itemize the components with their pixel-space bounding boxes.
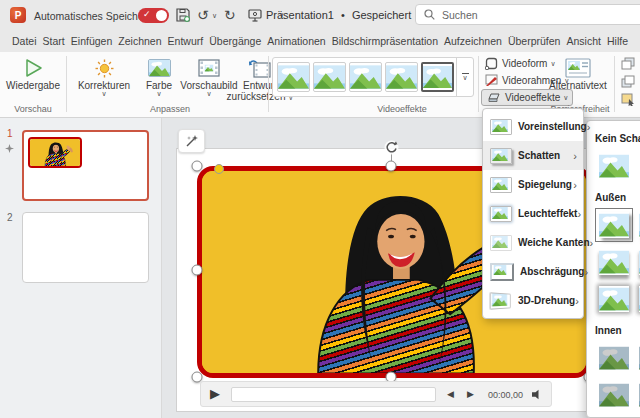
undo-icon[interactable]: ↺ bbox=[197, 7, 209, 23]
tab-entwurf[interactable]: Entwurf bbox=[168, 35, 204, 47]
redo-icon[interactable]: ↻ bbox=[224, 7, 236, 23]
menu-item-abschraegung[interactable]: Abschrägung › bbox=[483, 257, 583, 286]
effects-icon bbox=[486, 92, 502, 104]
wiedergabe-label: Wiedergabe bbox=[6, 80, 60, 91]
send-backward-icon[interactable] bbox=[621, 75, 636, 90]
tab-zeichnen[interactable]: Zeichnen bbox=[118, 35, 161, 47]
slide-thumbnail-1[interactable] bbox=[22, 130, 149, 201]
chevron-right-icon: › bbox=[573, 150, 577, 162]
chevron-right-icon: › bbox=[573, 179, 577, 191]
slideshow-icon[interactable] bbox=[248, 9, 262, 24]
corner-radius-adjust-handle[interactable] bbox=[214, 164, 224, 174]
shadow-option-outer-selected[interactable] bbox=[595, 208, 633, 242]
korrekturen-button[interactable]: Korrekturen ∨ bbox=[72, 56, 136, 97]
chevron-down-icon: ∨ bbox=[206, 91, 211, 97]
step-forward-button[interactable]: ▶ bbox=[467, 389, 474, 399]
video-style-option[interactable] bbox=[385, 62, 418, 92]
chevron-right-icon: › bbox=[575, 295, 579, 307]
alternativtext-button[interactable]: Alternativtext bbox=[546, 56, 610, 91]
outer-section-title: Außen bbox=[595, 192, 640, 203]
slide-1-number: 1 bbox=[7, 128, 13, 139]
videoform-label: Videoform bbox=[502, 58, 547, 69]
menu-item-leuchteffekt[interactable]: Leuchteffekt › bbox=[483, 199, 583, 228]
powerpoint-app-icon[interactable]: P bbox=[10, 7, 26, 23]
video-style-option[interactable] bbox=[313, 62, 346, 92]
resize-handle-top-center[interactable] bbox=[386, 161, 397, 172]
slide-thumbnail-2[interactable] bbox=[22, 212, 149, 283]
alt-text-icon bbox=[565, 56, 591, 80]
slide-1-video-preview bbox=[28, 137, 82, 168]
chevron-down-icon: ∨ bbox=[156, 91, 161, 97]
play-button[interactable]: ▶ bbox=[210, 386, 220, 401]
rotate-handle[interactable] bbox=[384, 140, 399, 157]
tab-start[interactable]: Start bbox=[43, 35, 65, 47]
inner-section-title: Innen bbox=[595, 325, 640, 336]
play-outline-icon bbox=[23, 56, 43, 80]
videoeffekte-dropdown-menu: Voreinstellung › Schatten › Spiegelung ›… bbox=[482, 108, 584, 319]
designer-button[interactable] bbox=[178, 129, 205, 153]
menu-item-spiegelung[interactable]: Spiegelung › bbox=[483, 170, 583, 199]
tab-animationen[interactable]: Animationen bbox=[267, 35, 325, 47]
playback-time: 00:00,00 bbox=[488, 390, 523, 400]
animation-star-icon bbox=[5, 143, 14, 155]
videoform-button[interactable]: Videoform ∨ bbox=[483, 56, 556, 71]
preset-effect-icon bbox=[490, 119, 512, 135]
tab-datei[interactable]: Datei bbox=[12, 35, 37, 47]
seek-track[interactable] bbox=[231, 387, 436, 402]
schatten-submenu: Kein Schatten Außen Innen bbox=[586, 120, 640, 418]
shadow-option-inner[interactable] bbox=[635, 341, 640, 375]
selection-pane-icon[interactable] bbox=[621, 93, 636, 108]
bevel-effect-icon bbox=[490, 263, 514, 281]
shadow-option-inner[interactable] bbox=[635, 378, 640, 412]
shadow-option-none[interactable] bbox=[595, 149, 633, 183]
document-title[interactable]: Präsentation1 • Gespeichert ∨ bbox=[266, 9, 427, 21]
tab-ueberpruefen[interactable]: Überprüfen bbox=[508, 35, 561, 47]
sun-icon bbox=[95, 56, 114, 80]
undo-chevron-icon[interactable]: ∨ bbox=[212, 12, 217, 20]
search-input[interactable]: Suchen bbox=[415, 4, 640, 25]
title-separator: • bbox=[341, 9, 345, 21]
gallery-more-button[interactable]: ∨ bbox=[456, 58, 473, 96]
group-label-anpassen: Anpassen bbox=[110, 104, 230, 114]
shadow-option-outer[interactable] bbox=[635, 245, 640, 279]
soft-edges-effect-icon bbox=[490, 235, 512, 251]
menu-item-schatten[interactable]: Schatten › bbox=[483, 141, 583, 170]
picture-icon bbox=[148, 56, 171, 80]
menu-item-voreinstellung[interactable]: Voreinstellung › bbox=[483, 112, 583, 141]
tab-hilfe[interactable]: Hilfe bbox=[607, 35, 628, 47]
videoeffekte-label: Videoeffekte bbox=[505, 92, 560, 103]
check-icon: ✓ bbox=[143, 9, 151, 19]
ribbon-divider bbox=[66, 56, 67, 112]
tab-ansicht[interactable]: Ansicht bbox=[566, 35, 600, 47]
menu-item-weiche-kanten[interactable]: Weiche Kanten › bbox=[483, 228, 583, 257]
tab-aufzeichnen[interactable]: Aufzeichnen bbox=[444, 35, 502, 47]
step-back-button[interactable]: ◀ bbox=[447, 389, 454, 399]
resize-handle-middle-left[interactable] bbox=[192, 265, 203, 276]
video-style-option-selected[interactable] bbox=[421, 62, 454, 92]
shadow-option-outer[interactable] bbox=[635, 208, 640, 242]
shadow-option-outer[interactable] bbox=[595, 282, 633, 316]
save-icon[interactable] bbox=[176, 8, 190, 24]
tab-uebergaenge[interactable]: Übergänge bbox=[209, 35, 261, 47]
ribbon-divider bbox=[614, 56, 615, 112]
video-playback-bar: ▶ ◀ ▶ 00:00,00 bbox=[200, 381, 552, 407]
menu-item-3d-drehung[interactable]: 3D-Drehung › bbox=[483, 286, 583, 315]
volume-icon[interactable] bbox=[531, 389, 542, 402]
shadow-effect-icon bbox=[490, 148, 512, 164]
shadow-option-outer[interactable] bbox=[595, 245, 633, 279]
shadow-option-inner[interactable] bbox=[595, 378, 633, 412]
tab-einfuegen[interactable]: Einfügen bbox=[71, 35, 112, 47]
tab-bildschirmpraesentation[interactable]: Bildschirmpräsentation bbox=[332, 35, 438, 47]
glow-effect-icon bbox=[490, 206, 512, 222]
wiedergabe-button[interactable]: Wiedergabe bbox=[4, 56, 62, 91]
bring-forward-icon[interactable] bbox=[621, 57, 636, 72]
video-style-option[interactable] bbox=[349, 62, 382, 92]
chevron-down-icon: ∨ bbox=[563, 94, 568, 102]
farbe-button[interactable]: Farbe ∨ bbox=[140, 56, 178, 97]
resize-handle-top-left[interactable] bbox=[192, 161, 203, 172]
video-style-option[interactable] bbox=[277, 62, 310, 92]
rotation-3d-effect-icon bbox=[490, 292, 511, 309]
shadow-option-inner[interactable] bbox=[595, 341, 633, 375]
autosave-toggle[interactable]: ✓ bbox=[138, 8, 169, 23]
shadow-option-outer[interactable] bbox=[635, 282, 640, 316]
